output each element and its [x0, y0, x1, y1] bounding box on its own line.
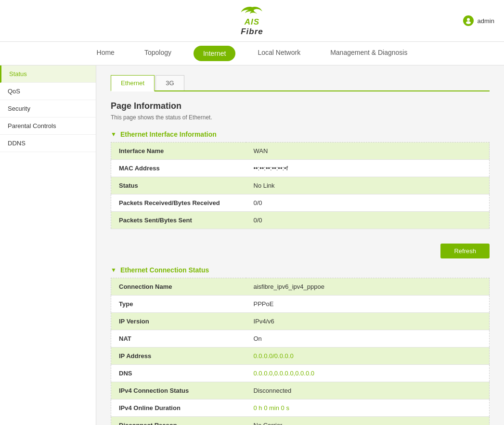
table-row: Connection Nameaisfibre_ipv6_ipv4_pppoe [111, 278, 490, 296]
row-value: IPv4/v6 [246, 313, 490, 330]
row-label: Disconnect Reason [111, 417, 246, 425]
table-row: IPv4 Connection StatusDisconnected [111, 382, 490, 399]
svg-point-0 [467, 18, 470, 21]
row-label: IPv4 Connection Status [111, 382, 246, 399]
row-value: 0.0.0.0,0.0.0.0,0.0.0.0 [246, 365, 490, 382]
row-value: 0 h 0 min 0 s [246, 399, 490, 417]
sidebar-item-ddns[interactable]: DDNS [0, 135, 96, 152]
sidebar-item-qos[interactable]: QoS [0, 83, 96, 100]
row-value: ••:••:••:••:••:•f [246, 160, 490, 177]
page-title: Page Information [111, 101, 490, 111]
page-info: Page Information This page shows the sta… [111, 101, 490, 121]
tabs: Ethernet 3G [111, 75, 490, 91]
row-label: NAT [111, 330, 246, 348]
row-label: Status [111, 177, 246, 194]
main-nav: Home Topology Internet Local Network Man… [0, 42, 504, 65]
table-row: DNS0.0.0.0,0.0.0.0,0.0.0.0 [111, 365, 490, 382]
sidebar-item-parental-controls[interactable]: Parental Controls [0, 117, 96, 135]
sidebar-item-status[interactable]: Status [0, 65, 96, 83]
row-label: Packets Received/Bytes Received [111, 194, 246, 212]
ethernet-interface-header: ▼ Ethernet Interface Information [111, 130, 490, 138]
header: AISFibre admin [0, 0, 504, 42]
table-row: StatusNo Link [111, 177, 490, 194]
user-area: admin [463, 15, 494, 26]
nav-item-topology[interactable]: Topology [137, 42, 179, 65]
table-row: Packets Sent/Bytes Sent0/0 [111, 212, 490, 229]
row-value: On [246, 330, 490, 348]
row-value: 0/0 [246, 194, 490, 212]
ethernet-connection-table: Connection Nameaisfibre_ipv6_ipv4_pppoeT… [111, 278, 490, 425]
refresh-area: Refresh [111, 244, 490, 258]
sidebar: Status QoS Security Parental Controls DD… [0, 65, 96, 425]
tab-3g[interactable]: 3G [155, 75, 184, 90]
row-label: MAC Address [111, 160, 246, 177]
page-description: This page shows the status of Ethernet. [111, 114, 490, 121]
table-row: MAC Address••:••:••:••:••:•f [111, 160, 490, 177]
row-value: PPPoE [246, 296, 490, 313]
table-row: Interface NameWAN [111, 142, 490, 160]
row-value: No Link [246, 177, 490, 194]
row-value: No Carrier [246, 417, 490, 425]
table-row: NATOn [111, 330, 490, 348]
sidebar-item-security[interactable]: Security [0, 100, 96, 117]
ethernet-interface-section: ▼ Ethernet Interface Information Interfa… [111, 130, 490, 229]
logo-text: AISFibre [241, 17, 263, 37]
row-value: 0.0.0.0/0.0.0.0 [246, 348, 490, 365]
ethernet-interface-table: Interface NameWANMAC Address••:••:••:••:… [111, 142, 490, 229]
tab-ethernet[interactable]: Ethernet [111, 75, 155, 91]
nav-item-management[interactable]: Management & Diagnosis [323, 42, 415, 65]
row-label: DNS [111, 365, 246, 382]
row-label: Packets Sent/Bytes Sent [111, 212, 246, 229]
username-label: admin [478, 17, 494, 25]
table-row: IP Address0.0.0.0/0.0.0.0 [111, 348, 490, 365]
refresh-button[interactable]: Refresh [440, 244, 490, 258]
logo: AISFibre [0, 5, 504, 37]
table-row: Disconnect ReasonNo Carrier [111, 417, 490, 425]
main-layout: Status QoS Security Parental Controls DD… [0, 65, 504, 425]
logo-bird-icon [240, 5, 264, 17]
ethernet-connection-title: Ethernet Connection Status [120, 266, 209, 274]
row-label: Type [111, 296, 246, 313]
row-label: IPv4 Online Duration [111, 399, 246, 417]
table-row: IP VersionIPv4/v6 [111, 313, 490, 330]
row-label: IP Address [111, 348, 246, 365]
ethernet-interface-title: Ethernet Interface Information [120, 130, 217, 138]
content-area: Ethernet 3G Page Information This page s… [96, 65, 504, 425]
user-icon [463, 15, 474, 26]
row-label: Interface Name [111, 142, 246, 160]
row-label: IP Version [111, 313, 246, 330]
ethernet-connection-section: ▼ Ethernet Connection Status Connection … [111, 266, 490, 425]
svg-point-1 [466, 21, 471, 24]
collapse-arrow-2-icon[interactable]: ▼ [111, 267, 116, 273]
nav-item-local-network[interactable]: Local Network [250, 42, 308, 65]
table-row: Packets Received/Bytes Received0/0 [111, 194, 490, 212]
collapse-arrow-icon[interactable]: ▼ [111, 131, 116, 138]
nav-item-home[interactable]: Home [89, 42, 122, 65]
person-icon [465, 17, 472, 24]
row-value: Disconnected [246, 382, 490, 399]
table-row: TypePPPoE [111, 296, 490, 313]
ethernet-connection-header: ▼ Ethernet Connection Status [111, 266, 490, 274]
row-value: WAN [246, 142, 490, 160]
row-value: aisfibre_ipv6_ipv4_pppoe [246, 278, 490, 296]
table-row: IPv4 Online Duration0 h 0 min 0 s [111, 399, 490, 417]
row-label: Connection Name [111, 278, 246, 296]
nav-item-internet[interactable]: Internet [194, 46, 235, 61]
row-value: 0/0 [246, 212, 490, 229]
